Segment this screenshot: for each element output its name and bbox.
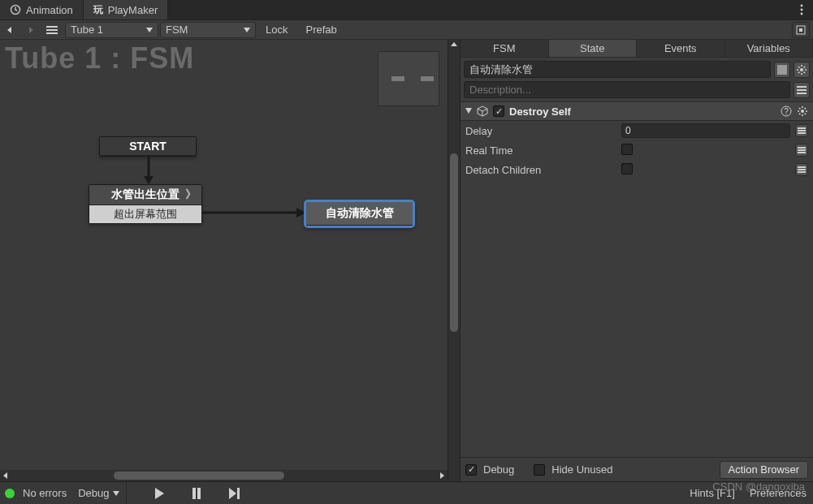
minimap[interactable] — [378, 51, 439, 106]
status-led-icon — [5, 489, 15, 498]
realtime-label: Real Time — [465, 144, 616, 157]
pause-button[interactable] — [179, 482, 214, 504]
dropdown-label: FSM — [166, 24, 188, 36]
state-description-input[interactable] — [464, 81, 790, 98]
svg-rect-11 — [797, 89, 807, 91]
action-header[interactable]: Destroy Self ? — [461, 101, 813, 121]
hamburger-icon — [798, 127, 806, 134]
play-button[interactable] — [141, 482, 177, 504]
hints-button[interactable]: Hints [F1] — [690, 487, 735, 499]
delay-label: Delay — [465, 125, 616, 137]
arrow-icon — [143, 155, 154, 186]
svg-rect-4 — [46, 26, 58, 28]
start-label: START — [100, 137, 196, 156]
svg-rect-27 — [237, 488, 240, 499]
action-browser-button[interactable]: Action Browser — [720, 461, 808, 479]
transition-label[interactable]: 超出屏幕范围 — [89, 205, 201, 223]
object-dropdown[interactable]: Tube 1 — [65, 22, 158, 38]
svg-rect-19 — [798, 147, 806, 149]
recent-list-button[interactable] — [42, 21, 62, 39]
color-swatch-button[interactable] — [774, 62, 790, 78]
svg-rect-24 — [798, 171, 806, 173]
lock-toggle[interactable]: Lock — [257, 22, 296, 38]
scrollbar-thumb[interactable] — [450, 153, 458, 332]
state-name-input[interactable] — [464, 61, 771, 78]
state-node-spawn[interactable]: 水管出生位置》 超出屏幕范围 — [89, 184, 202, 224]
tab-label: Animation — [26, 4, 73, 16]
debug-label: Debug — [483, 463, 514, 476]
tab-label: PlayMaker — [108, 4, 158, 16]
svg-rect-26 — [197, 488, 201, 499]
loop-marker: 》 — [185, 187, 197, 202]
svg-rect-25 — [192, 488, 196, 499]
swatch-icon — [777, 65, 787, 75]
start-node[interactable]: START — [99, 136, 197, 157]
svg-rect-10 — [797, 86, 807, 88]
hamburger-icon — [797, 86, 807, 94]
vertical-scrollbar[interactable] — [448, 40, 460, 481]
horizontal-scrollbar[interactable] — [0, 470, 448, 481]
debug-dropdown[interactable]: Debug — [71, 482, 126, 504]
svg-point-9 — [800, 68, 803, 71]
state-name: 自动清除水管 — [306, 202, 413, 226]
svg-rect-17 — [798, 130, 806, 131]
description-menu-button[interactable] — [794, 82, 810, 98]
tab-events[interactable]: Events — [637, 40, 725, 57]
inspector-footer: Debug Hide Unused Action Browser — [461, 457, 813, 481]
prefab-button[interactable]: Prefab — [297, 22, 344, 38]
dropdown-label: Debug — [78, 487, 109, 499]
foldout-icon[interactable] — [465, 108, 472, 114]
tab-variables[interactable]: Variables — [725, 40, 814, 57]
debug-checkbox[interactable] — [465, 464, 477, 476]
hide-unused-label: Hide Unused — [551, 463, 612, 476]
history-forward-button[interactable] — [21, 21, 41, 39]
action-name: Destroy Self — [509, 106, 776, 118]
svg-point-15 — [801, 110, 804, 113]
help-icon[interactable]: ? — [781, 106, 792, 117]
param-menu-button[interactable] — [795, 124, 808, 137]
editor-tabs: Animation 玩 PlayMaker — [0, 0, 813, 20]
svg-rect-8 — [799, 28, 802, 32]
action-enabled-checkbox[interactable] — [493, 106, 504, 117]
gear-icon[interactable] — [797, 106, 808, 117]
param-menu-button[interactable] — [795, 144, 808, 157]
history-back-button[interactable] — [0, 21, 19, 39]
state-node-auto-clear[interactable]: 自动清除水管 — [304, 200, 415, 228]
tab-animation[interactable]: Animation — [0, 0, 84, 19]
status-text: No errors — [23, 487, 67, 499]
gear-icon — [796, 64, 807, 75]
tab-state[interactable]: State — [549, 40, 638, 57]
svg-point-3 — [801, 13, 803, 15]
chevron-down-icon — [146, 28, 153, 32]
error-status[interactable]: No errors — [16, 482, 70, 504]
tab-fsm[interactable]: FSM — [461, 40, 549, 57]
detach-checkbox[interactable] — [621, 163, 633, 174]
preferences-button[interactable]: Preferences — [750, 487, 807, 499]
graph-panel: Tube 1 : FSM START 水管出生位置》 超出屏幕范围 自动清除水管 — [0, 40, 448, 481]
realtime-checkbox[interactable] — [621, 144, 633, 155]
fsm-dropdown[interactable]: FSM — [160, 22, 256, 38]
svg-text:?: ? — [784, 107, 789, 116]
triangle-left-icon — [6, 26, 14, 34]
tab-playmaker[interactable]: 玩 PlayMaker — [84, 0, 168, 19]
window-menu-button[interactable] — [795, 0, 808, 19]
svg-rect-20 — [798, 149, 806, 151]
svg-rect-16 — [798, 127, 806, 129]
hide-unused-checkbox[interactable] — [534, 464, 545, 476]
minimap-toggle[interactable] — [792, 22, 810, 38]
scrollbar-thumb[interactable] — [114, 472, 284, 480]
fsm-canvas[interactable]: Tube 1 : FSM START 水管出生位置》 超出屏幕范围 自动清除水管 — [0, 40, 448, 470]
step-button[interactable] — [216, 482, 252, 504]
triangle-right-icon — [27, 26, 35, 34]
state-settings-button[interactable] — [794, 62, 810, 78]
triangle-left-icon — [2, 472, 9, 479]
hamburger-icon — [798, 166, 806, 173]
scroll-right-button[interactable] — [436, 470, 448, 481]
svg-rect-5 — [46, 29, 58, 31]
svg-rect-21 — [798, 152, 806, 153]
step-icon — [228, 488, 240, 499]
scroll-left-button[interactable] — [0, 470, 11, 481]
list-icon — [46, 25, 58, 35]
delay-input[interactable] — [621, 123, 790, 138]
param-menu-button[interactable] — [795, 163, 808, 176]
